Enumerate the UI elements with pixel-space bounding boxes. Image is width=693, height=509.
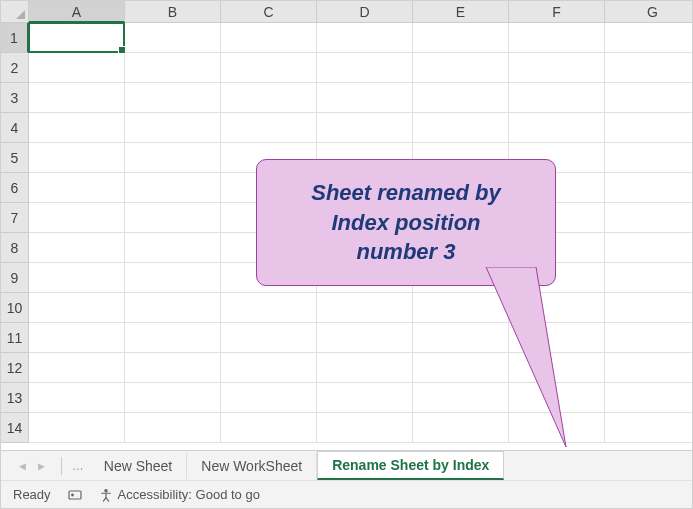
- row-header-2[interactable]: 2: [1, 53, 29, 83]
- row-header-5[interactable]: 5: [1, 143, 29, 173]
- cell[interactable]: [29, 323, 125, 353]
- cell[interactable]: [29, 413, 125, 443]
- row-header-4[interactable]: 4: [1, 113, 29, 143]
- cell[interactable]: [29, 23, 125, 53]
- accessibility-status[interactable]: Accessibility: Good to go: [99, 487, 260, 502]
- column-header-e[interactable]: E: [413, 1, 509, 23]
- sheet-tab-new-worksheet[interactable]: New WorkSheet: [187, 453, 317, 479]
- row-header-14[interactable]: 14: [1, 413, 29, 443]
- cell[interactable]: [413, 53, 509, 83]
- cell[interactable]: [605, 83, 693, 113]
- macro-recorder-icon[interactable]: [67, 487, 83, 503]
- sheet-tab-rename-by-index[interactable]: Rename Sheet by Index: [317, 451, 504, 480]
- cell[interactable]: [413, 113, 509, 143]
- row-header-3[interactable]: 3: [1, 83, 29, 113]
- cell[interactable]: [605, 203, 693, 233]
- cell[interactable]: [605, 233, 693, 263]
- row-header-11[interactable]: 11: [1, 323, 29, 353]
- cell[interactable]: [317, 383, 413, 413]
- row-header-12[interactable]: 12: [1, 353, 29, 383]
- cell[interactable]: [29, 263, 125, 293]
- cell[interactable]: [605, 413, 693, 443]
- cell[interactable]: [29, 233, 125, 263]
- column-header-c[interactable]: C: [221, 1, 317, 23]
- cell[interactable]: [29, 203, 125, 233]
- cell[interactable]: [125, 323, 221, 353]
- cell[interactable]: [125, 143, 221, 173]
- cell[interactable]: [125, 383, 221, 413]
- cell[interactable]: [125, 173, 221, 203]
- cell[interactable]: [605, 293, 693, 323]
- cell[interactable]: [605, 113, 693, 143]
- cell[interactable]: [605, 383, 693, 413]
- cell[interactable]: [125, 293, 221, 323]
- cell[interactable]: [125, 263, 221, 293]
- row-header-8[interactable]: 8: [1, 233, 29, 263]
- tab-nav-arrows[interactable]: ◄ ►: [7, 460, 57, 472]
- tab-next-icon[interactable]: ►: [36, 460, 47, 472]
- tab-overflow-icon[interactable]: …: [66, 459, 90, 473]
- select-all-corner[interactable]: [1, 1, 29, 23]
- cell[interactable]: [125, 203, 221, 233]
- cell[interactable]: [605, 263, 693, 293]
- cell[interactable]: [605, 173, 693, 203]
- column-header-f[interactable]: F: [509, 1, 605, 23]
- cell[interactable]: [509, 53, 605, 83]
- cell[interactable]: [413, 23, 509, 53]
- cell[interactable]: [221, 383, 317, 413]
- cell[interactable]: [221, 23, 317, 53]
- sheet-tab-new-sheet[interactable]: New Sheet: [90, 453, 187, 479]
- row-header-10[interactable]: 10: [1, 293, 29, 323]
- cell[interactable]: [221, 113, 317, 143]
- cell[interactable]: [29, 143, 125, 173]
- cell[interactable]: [509, 83, 605, 113]
- cell[interactable]: [605, 323, 693, 353]
- cell[interactable]: [317, 413, 413, 443]
- cell[interactable]: [29, 53, 125, 83]
- cell[interactable]: [125, 23, 221, 53]
- row-header-7[interactable]: 7: [1, 203, 29, 233]
- cell[interactable]: [317, 113, 413, 143]
- status-ready: Ready: [13, 487, 51, 502]
- cell[interactable]: [509, 23, 605, 53]
- cell[interactable]: [125, 353, 221, 383]
- column-header-b[interactable]: B: [125, 1, 221, 23]
- cell[interactable]: [317, 293, 413, 323]
- tab-prev-icon[interactable]: ◄: [17, 460, 28, 472]
- cell[interactable]: [29, 293, 125, 323]
- row-header-13[interactable]: 13: [1, 383, 29, 413]
- cell[interactable]: [29, 173, 125, 203]
- cell[interactable]: [413, 83, 509, 113]
- cell[interactable]: [221, 83, 317, 113]
- row-header-9[interactable]: 9: [1, 263, 29, 293]
- cell[interactable]: [317, 53, 413, 83]
- cell[interactable]: [317, 83, 413, 113]
- cell[interactable]: [605, 353, 693, 383]
- cell[interactable]: [605, 53, 693, 83]
- cell[interactable]: [605, 143, 693, 173]
- cell[interactable]: [125, 113, 221, 143]
- cell[interactable]: [221, 293, 317, 323]
- cell[interactable]: [29, 83, 125, 113]
- row-header-6[interactable]: 6: [1, 173, 29, 203]
- cell[interactable]: [605, 23, 693, 53]
- cell[interactable]: [125, 83, 221, 113]
- column-header-d[interactable]: D: [317, 1, 413, 23]
- cell[interactable]: [125, 53, 221, 83]
- cell[interactable]: [221, 323, 317, 353]
- column-header-a[interactable]: A: [29, 1, 125, 23]
- cell[interactable]: [317, 323, 413, 353]
- cell[interactable]: [29, 353, 125, 383]
- cell[interactable]: [317, 353, 413, 383]
- cell[interactable]: [29, 113, 125, 143]
- cell[interactable]: [317, 23, 413, 53]
- cell[interactable]: [125, 413, 221, 443]
- cell[interactable]: [509, 113, 605, 143]
- column-header-g[interactable]: G: [605, 1, 693, 23]
- cell[interactable]: [221, 53, 317, 83]
- row-header-1[interactable]: 1: [1, 23, 29, 53]
- cell[interactable]: [221, 413, 317, 443]
- cell[interactable]: [125, 233, 221, 263]
- cell[interactable]: [221, 353, 317, 383]
- cell[interactable]: [29, 383, 125, 413]
